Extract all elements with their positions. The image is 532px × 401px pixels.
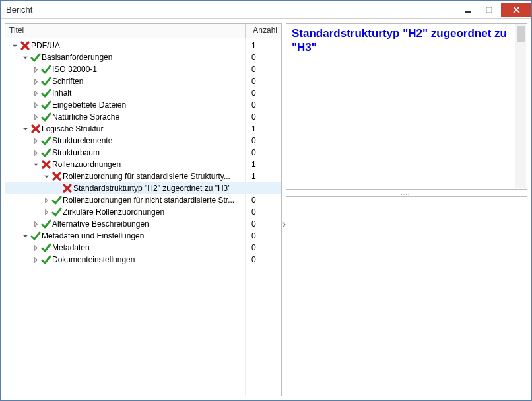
chevron-right-icon[interactable] <box>32 220 40 228</box>
tree-row-count: 0 <box>246 75 281 87</box>
tree-row-count: 0 <box>246 230 281 242</box>
column-header-count[interactable]: Anzahl <box>246 24 281 38</box>
tree-row[interactable]: Metadaten und Einstellungen0 <box>5 230 281 242</box>
tree-row-label: Metadaten <box>52 242 246 254</box>
tree-row[interactable]: Rollenzuordnungen1 <box>5 159 281 170</box>
minimize-button[interactable] <box>457 3 479 17</box>
tree-row[interactable]: Logische Struktur1 <box>5 123 281 135</box>
tree-row[interactable]: Inhalt0 <box>5 87 281 99</box>
tree-row-count: 0 <box>246 206 281 218</box>
check-icon <box>51 194 63 206</box>
check-icon <box>40 242 52 254</box>
svg-rect-0 <box>465 11 471 13</box>
tree-row-label: Rollenzuordnungen <box>52 159 246 170</box>
close-button[interactable] <box>501 3 531 17</box>
tree-row[interactable]: Rollenzuordnungen für nicht standardisie… <box>5 194 281 206</box>
chevron-right-icon[interactable] <box>32 77 40 85</box>
pane-collapse-button[interactable] <box>282 221 286 231</box>
check-icon <box>40 111 52 123</box>
cross-icon <box>19 40 31 52</box>
tree-row-label: Inhalt <box>52 87 246 99</box>
chevron-right-icon[interactable] <box>32 244 40 252</box>
check-icon <box>40 147 52 159</box>
cross-icon <box>51 170 63 182</box>
window-title: Bericht <box>6 5 457 15</box>
tree-row[interactable]: Alternative Beschreibungen0 <box>5 218 281 230</box>
chevron-right-icon[interactable] <box>32 149 40 157</box>
tree-row-count: 0 <box>246 99 281 111</box>
maximize-button[interactable] <box>479 3 500 17</box>
tree-row[interactable]: Eingebettete Dateien0 <box>5 99 281 111</box>
chevron-right-icon[interactable] <box>32 89 40 97</box>
tree-row[interactable]: Metadaten0 <box>5 242 281 254</box>
detail-pane: Standardstrukturtyp "H2" zugeordnet zu "… <box>286 23 527 396</box>
tree-row[interactable]: Strukturbaum0 <box>5 147 281 159</box>
detail-bottom-panel <box>286 196 527 396</box>
chevron-down-icon[interactable] <box>32 161 40 168</box>
chevron-down-icon[interactable] <box>21 232 29 240</box>
tree-row-label: Natürliche Sprache <box>52 111 246 123</box>
tree-row-label: Eingebettete Dateien <box>52 99 246 111</box>
tree-row-label: Standardstrukturtyp "H2" zugeordnet zu "… <box>73 182 246 194</box>
chevron-right-icon[interactable] <box>32 65 40 73</box>
cross-icon <box>40 159 52 170</box>
chevron-down-icon[interactable] <box>21 54 29 61</box>
check-icon <box>40 75 52 87</box>
check-icon <box>40 254 52 266</box>
tree-row[interactable]: Rollenzuordnung für standardisierte Stru… <box>5 170 281 182</box>
tree-row[interactable]: Schriften0 <box>5 75 281 87</box>
tree-row-label: Logische Struktur <box>42 123 246 135</box>
detail-headline: Standardstrukturtyp "H2" zugeordnet zu "… <box>292 26 521 55</box>
chevron-down-icon[interactable] <box>21 125 29 133</box>
chevron-right-icon[interactable] <box>32 101 40 109</box>
check-icon <box>30 52 42 63</box>
tree-row[interactable]: Zirkuläre Rollenzuordnungen0 <box>5 206 281 218</box>
tree-row[interactable]: Natürliche Sprache0 <box>5 111 281 123</box>
tree-row-count: 0 <box>246 87 281 99</box>
tree-row-count: 0 <box>246 242 281 254</box>
tree-row-label: Zirkuläre Rollenzuordnungen <box>63 206 246 218</box>
tree-row-label: Rollenzuordnungen für nicht standardisie… <box>63 194 246 206</box>
tree-row[interactable]: ISO 32000-10 <box>5 63 281 75</box>
scrollbar-thumb[interactable] <box>517 26 525 42</box>
horizontal-splitter[interactable]: ..... <box>286 190 527 196</box>
tree-row-label: Alternative Beschreibungen <box>52 218 246 230</box>
chevron-right-icon[interactable] <box>32 256 40 264</box>
chevron-right-icon[interactable] <box>42 208 50 216</box>
check-icon <box>40 63 52 75</box>
chevron-down-icon[interactable] <box>11 42 18 50</box>
chevron-down-icon[interactable] <box>42 172 50 180</box>
tree-row-count: 1 <box>246 40 281 52</box>
tree-row-count: 1 <box>246 123 281 135</box>
chevron-right-icon[interactable] <box>32 113 40 121</box>
tree-row[interactable]: Basisanforderungen0 <box>5 52 281 63</box>
tree-row[interactable]: PDF/UA1 <box>5 40 281 52</box>
check-icon <box>40 135 52 147</box>
tree-body[interactable]: PDF/UA1Basisanforderungen0ISO 32000-10Sc… <box>5 38 281 396</box>
check-icon <box>30 230 42 242</box>
tree-row-label: ISO 32000-1 <box>52 63 246 75</box>
tree-row-label: Basisanforderungen <box>42 52 246 63</box>
cross-icon <box>30 123 42 135</box>
chevron-right-icon[interactable] <box>32 137 40 145</box>
tree-row[interactable]: Standardstrukturtyp "H2" zugeordnet zu "… <box>5 182 281 194</box>
tree-row-count: 0 <box>246 52 281 63</box>
tree-row-count: 0 <box>246 135 281 147</box>
detail-top-panel: Standardstrukturtyp "H2" zugeordnet zu "… <box>286 23 527 190</box>
tree-row-count: 0 <box>246 111 281 123</box>
expander-none <box>53 184 61 192</box>
check-icon <box>40 87 52 99</box>
chevron-right-icon[interactable] <box>42 196 50 204</box>
tree-row-label: Rollenzuordnung für standardisierte Stru… <box>63 170 246 182</box>
tree-row[interactable]: Strukturelemente0 <box>5 135 281 147</box>
tree-row-count: 0 <box>246 254 281 266</box>
scrollbar[interactable] <box>515 24 526 188</box>
tree-row-count: 1 <box>246 170 281 182</box>
column-header-title[interactable]: Titel <box>5 24 246 38</box>
svg-rect-1 <box>486 7 492 13</box>
tree-row-label: Metadaten und Einstellungen <box>42 230 246 242</box>
tree-row[interactable]: Dokumenteinstellungen0 <box>5 254 281 266</box>
tree-row-label: Schriften <box>52 75 246 87</box>
titlebar: Bericht <box>1 1 531 19</box>
cross-icon <box>61 182 73 194</box>
